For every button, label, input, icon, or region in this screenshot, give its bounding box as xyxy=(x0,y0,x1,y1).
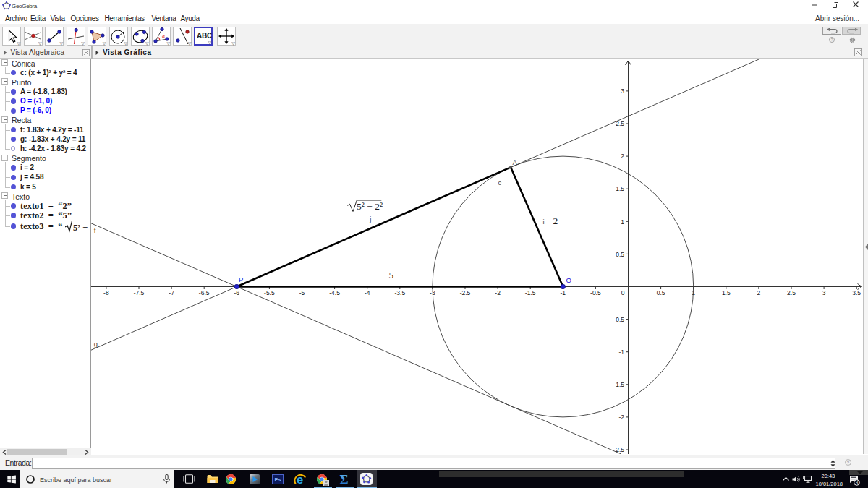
svg-text:-1: -1 xyxy=(561,289,566,296)
svg-text:1.5: 1.5 xyxy=(722,289,731,296)
svg-text:-7: -7 xyxy=(169,289,174,296)
svg-text:-7.5: -7.5 xyxy=(134,289,145,296)
svg-text:3: 3 xyxy=(621,87,624,95)
svg-text:3: 3 xyxy=(822,289,826,296)
svg-text:-8: -8 xyxy=(103,289,109,296)
svg-text:j: j xyxy=(369,215,371,223)
svg-text:5² −: 5² − xyxy=(73,222,88,232)
svg-text:f: f xyxy=(94,226,96,234)
svg-text:5² − 2²: 5² − 2² xyxy=(357,201,383,212)
svg-text:2: 2 xyxy=(621,153,624,160)
svg-text:-6.5: -6.5 xyxy=(199,289,210,296)
svg-text:-5.5: -5.5 xyxy=(264,289,275,296)
svg-text:-6: -6 xyxy=(234,289,240,296)
svg-text:-2: -2 xyxy=(495,289,501,296)
svg-text:1: 1 xyxy=(621,218,624,226)
svg-text:-1: -1 xyxy=(618,348,624,356)
svg-text:-0.5: -0.5 xyxy=(613,316,624,323)
svg-text:c: c xyxy=(498,179,502,187)
svg-text:O: O xyxy=(566,276,571,284)
svg-text:i: i xyxy=(543,218,545,226)
svg-text:-4.5: -4.5 xyxy=(329,289,340,296)
svg-text:-2.5: -2.5 xyxy=(460,289,471,296)
svg-text:2.5: 2.5 xyxy=(787,289,796,296)
svg-text:-3.5: -3.5 xyxy=(394,289,405,296)
svg-text:5: 5 xyxy=(389,270,394,281)
svg-text:-1.5: -1.5 xyxy=(613,381,624,388)
svg-text:0.5: 0.5 xyxy=(657,289,665,296)
svg-text:?: ? xyxy=(830,38,833,42)
svg-text:g: g xyxy=(94,340,98,348)
svg-text:?: ? xyxy=(846,461,849,465)
svg-text:e: e xyxy=(297,473,303,485)
svg-text:A: A xyxy=(513,158,518,166)
svg-text:-5: -5 xyxy=(299,289,305,296)
svg-text:0: 0 xyxy=(621,289,625,296)
svg-text:-1.5: -1.5 xyxy=(525,289,536,296)
svg-text:3: 3 xyxy=(856,480,859,485)
svg-text:Ps: Ps xyxy=(274,476,281,483)
svg-text:2: 2 xyxy=(553,215,558,226)
svg-text:0.5: 0.5 xyxy=(616,251,624,258)
svg-text:-2: -2 xyxy=(618,414,624,421)
svg-text:-2.5: -2.5 xyxy=(613,446,624,453)
svg-text:-0.5: -0.5 xyxy=(590,289,601,296)
svg-text:Σ: Σ xyxy=(339,474,348,485)
svg-text:3.5: 3.5 xyxy=(852,289,861,296)
svg-text:-4: -4 xyxy=(365,289,370,296)
svg-text:P: P xyxy=(239,275,243,283)
svg-text:2: 2 xyxy=(757,289,761,296)
svg-text:a: a xyxy=(162,33,165,38)
svg-text:1.5: 1.5 xyxy=(616,185,624,192)
